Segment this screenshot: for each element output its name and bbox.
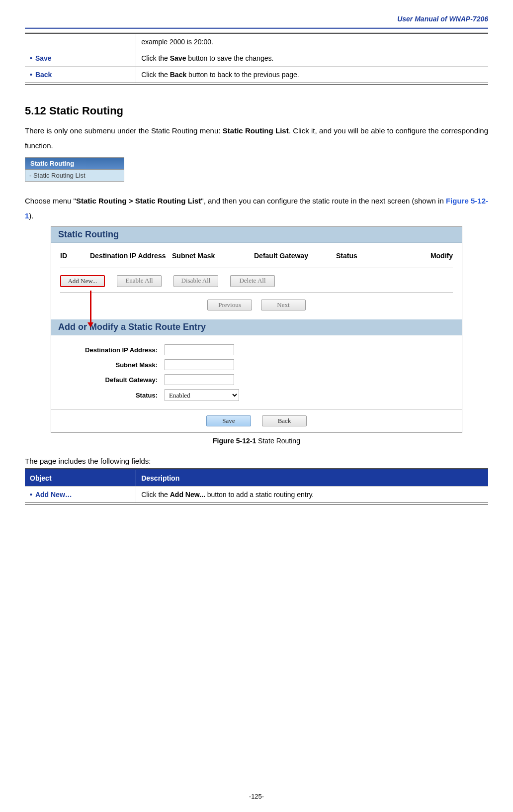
table-cell-label bbox=[25, 33, 136, 50]
status-select[interactable]: Enabled bbox=[165, 389, 239, 401]
paragraph: There is only one submenu under the Stat… bbox=[25, 123, 488, 153]
table-cell-label: •Save bbox=[25, 50, 136, 67]
dest-input[interactable] bbox=[165, 344, 234, 355]
table-row: •Save Click the Save button to save the … bbox=[25, 50, 488, 67]
table-header-row: Object Description bbox=[25, 469, 488, 487]
table-row: •Back Click the Back button to back to t… bbox=[25, 67, 488, 84]
top-table: example 2000 is 20:00. •Save Click the S… bbox=[25, 32, 488, 85]
form-row-dest: Destination IP Address: bbox=[60, 344, 453, 355]
pagination-row: Previous Next bbox=[60, 293, 453, 314]
menu-screenshot: Static Routing - Static Routing List bbox=[25, 157, 124, 182]
bottom-table: Object Description •Add New… Click the A… bbox=[25, 468, 488, 505]
next-button[interactable]: Next bbox=[261, 300, 306, 310]
save-back-row: Save Back bbox=[51, 409, 462, 432]
table-cell-desc: Click the Add New... button to add a sta… bbox=[136, 487, 488, 504]
delete-all-button[interactable]: Delete All bbox=[230, 275, 275, 287]
col-modify: Modify bbox=[418, 252, 453, 260]
menu-head: Static Routing bbox=[25, 158, 124, 170]
table-cell-desc: example 2000 is 20:00. bbox=[136, 33, 488, 50]
subpanel-title: Add or Modify a Static Route Entry bbox=[51, 319, 462, 335]
page-number: -125- bbox=[0, 793, 513, 800]
status-label: Status: bbox=[60, 392, 165, 399]
page-header: User Manual of WNAP-7206 bbox=[25, 15, 488, 29]
form-row-status: Status: Enabled bbox=[60, 389, 453, 401]
panel-title: Static Routing bbox=[51, 227, 462, 243]
col-mask: Subnet Mask bbox=[172, 252, 254, 260]
table-cell-label: •Add New… bbox=[25, 487, 136, 504]
section-title: 5.12 Static Routing bbox=[25, 104, 488, 117]
mask-input[interactable] bbox=[165, 359, 234, 370]
previous-button[interactable]: Previous bbox=[207, 300, 252, 310]
arrow-icon bbox=[90, 291, 91, 326]
col-dest: Destination IP Address bbox=[90, 252, 172, 260]
form-row-mask: Subnet Mask: bbox=[60, 359, 453, 370]
figure-screenshot: Static Routing ID Destination IP Address… bbox=[51, 226, 462, 433]
save-button[interactable]: Save bbox=[206, 415, 251, 426]
back-button[interactable]: Back bbox=[262, 415, 307, 426]
button-row: Add New... Enable All Disable All Delete… bbox=[60, 268, 453, 293]
mask-label: Subnet Mask: bbox=[60, 361, 165, 369]
add-new-button[interactable]: Add New... bbox=[60, 275, 105, 287]
table-cell-desc: Click the Save button to save the change… bbox=[136, 50, 488, 67]
col-status: Status bbox=[336, 252, 418, 260]
column-headers: ID Destination IP Address Subnet Mask De… bbox=[60, 250, 453, 268]
table-cell-desc: Click the Back button to back to the pre… bbox=[136, 67, 488, 84]
fields-intro: The page includes the following fields: bbox=[25, 457, 488, 465]
menu-item: - Static Routing List bbox=[25, 170, 124, 181]
th-desc: Description bbox=[136, 469, 488, 487]
enable-all-button[interactable]: Enable All bbox=[117, 275, 162, 287]
col-gw: Default Gateway bbox=[254, 252, 336, 260]
col-id: ID bbox=[60, 252, 90, 260]
table-cell-label: •Back bbox=[25, 67, 136, 84]
gw-label: Default Gateway: bbox=[60, 376, 165, 384]
table-row: example 2000 is 20:00. bbox=[25, 33, 488, 50]
dest-label: Destination IP Address: bbox=[60, 346, 165, 354]
paragraph: Choose menu "Static Routing > Static Rou… bbox=[25, 194, 488, 223]
table-row: •Add New… Click the Add New... button to… bbox=[25, 487, 488, 504]
th-object: Object bbox=[25, 469, 136, 487]
gw-input[interactable] bbox=[165, 374, 234, 385]
form-row-gw: Default Gateway: bbox=[60, 374, 453, 385]
figure-caption: Figure 5-12-1 State Routing bbox=[25, 437, 488, 445]
disable-all-button[interactable]: Disable All bbox=[173, 275, 218, 287]
